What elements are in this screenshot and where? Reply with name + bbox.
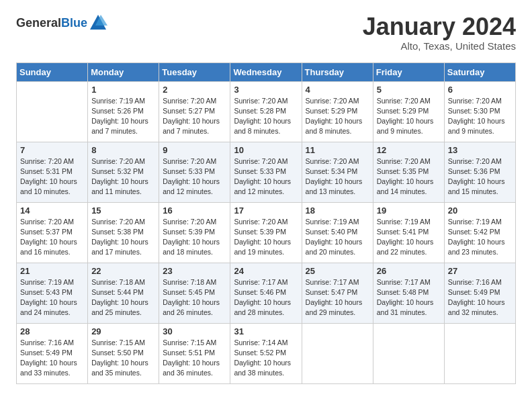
calendar-week-4: 21Sunrise: 7:19 AMSunset: 5:43 PMDayligh… (17, 263, 516, 323)
calendar-cell: 31Sunrise: 7:14 AMSunset: 5:52 PMDayligh… (230, 323, 302, 383)
day-number: 10 (234, 145, 298, 155)
day-info: Sunrise: 7:20 AMSunset: 5:33 PMDaylight:… (234, 156, 298, 197)
day-info: Sunrise: 7:20 AMSunset: 5:29 PMDaylight:… (306, 96, 369, 137)
calendar-cell: 13Sunrise: 7:20 AMSunset: 5:36 PMDayligh… (444, 142, 515, 202)
logo-icon (89, 13, 107, 32)
logo-general: General (16, 16, 61, 30)
calendar-cell: 27Sunrise: 7:16 AMSunset: 5:49 PMDayligh… (444, 263, 515, 323)
title-area: January 2024 Alto, Texas, United States (363, 13, 516, 52)
day-info: Sunrise: 7:20 AMSunset: 5:39 PMDaylight:… (163, 217, 226, 258)
day-header-friday: Friday (373, 62, 444, 81)
day-number: 27 (448, 266, 512, 276)
day-info: Sunrise: 7:17 AMSunset: 5:48 PMDaylight:… (377, 277, 441, 318)
day-number: 19 (377, 205, 441, 216)
day-info: Sunrise: 7:20 AMSunset: 5:34 PMDaylight:… (306, 156, 369, 197)
calendar-cell: 8Sunrise: 7:20 AMSunset: 5:32 PMDaylight… (88, 142, 159, 202)
day-info: Sunrise: 7:20 AMSunset: 5:36 PMDaylight:… (448, 156, 512, 197)
day-number: 20 (448, 205, 512, 216)
day-info: Sunrise: 7:20 AMSunset: 5:29 PMDaylight:… (377, 96, 441, 137)
calendar-cell (302, 323, 373, 383)
calendar-cell: 26Sunrise: 7:17 AMSunset: 5:48 PMDayligh… (373, 263, 444, 323)
calendar-cell: 15Sunrise: 7:20 AMSunset: 5:38 PMDayligh… (88, 202, 159, 263)
calendar-cell: 25Sunrise: 7:17 AMSunset: 5:47 PMDayligh… (302, 263, 373, 323)
calendar-cell: 12Sunrise: 7:20 AMSunset: 5:35 PMDayligh… (373, 142, 444, 202)
calendar-cell: 1Sunrise: 7:19 AMSunset: 5:26 PMDaylight… (88, 81, 159, 142)
day-info: Sunrise: 7:20 AMSunset: 5:37 PMDaylight:… (20, 217, 84, 258)
calendar-cell: 3Sunrise: 7:20 AMSunset: 5:28 PMDaylight… (230, 81, 302, 142)
day-info: Sunrise: 7:19 AMSunset: 5:41 PMDaylight:… (377, 217, 441, 258)
day-number: 28 (20, 326, 84, 336)
day-info: Sunrise: 7:19 AMSunset: 5:42 PMDaylight:… (448, 217, 512, 258)
calendar-cell: 5Sunrise: 7:20 AMSunset: 5:29 PMDaylight… (373, 81, 444, 142)
day-info: Sunrise: 7:20 AMSunset: 5:28 PMDaylight:… (234, 96, 298, 137)
day-number: 2 (163, 85, 226, 95)
day-number: 24 (234, 266, 298, 276)
day-number: 3 (234, 85, 298, 95)
day-number: 14 (20, 205, 84, 216)
day-info: Sunrise: 7:19 AMSunset: 5:40 PMDaylight:… (306, 217, 369, 258)
calendar-cell (17, 81, 88, 142)
day-number: 26 (377, 266, 441, 276)
day-info: Sunrise: 7:14 AMSunset: 5:52 PMDaylight:… (234, 338, 298, 379)
calendar-cell: 21Sunrise: 7:19 AMSunset: 5:43 PMDayligh… (17, 263, 88, 323)
calendar-week-1: 1Sunrise: 7:19 AMSunset: 5:26 PMDaylight… (17, 81, 516, 142)
calendar-cell: 14Sunrise: 7:20 AMSunset: 5:37 PMDayligh… (17, 202, 88, 263)
calendar-cell: 6Sunrise: 7:20 AMSunset: 5:30 PMDaylight… (444, 81, 515, 142)
calendar-cell: 29Sunrise: 7:15 AMSunset: 5:50 PMDayligh… (88, 323, 159, 383)
calendar-cell (444, 323, 515, 383)
day-info: Sunrise: 7:18 AMSunset: 5:44 PMDaylight:… (91, 277, 155, 318)
logo: GeneralBlue (16, 13, 107, 32)
day-number: 6 (448, 85, 512, 95)
calendar-cell: 4Sunrise: 7:20 AMSunset: 5:29 PMDaylight… (302, 81, 373, 142)
day-info: Sunrise: 7:20 AMSunset: 5:32 PMDaylight:… (91, 156, 155, 197)
day-number: 21 (20, 266, 84, 276)
day-header-saturday: Saturday (444, 62, 515, 81)
day-info: Sunrise: 7:15 AMSunset: 5:51 PMDaylight:… (163, 338, 226, 379)
day-info: Sunrise: 7:16 AMSunset: 5:49 PMDaylight:… (448, 277, 512, 318)
day-number: 1 (91, 85, 155, 95)
day-number: 13 (448, 145, 512, 155)
calendar-week-2: 7Sunrise: 7:20 AMSunset: 5:31 PMDaylight… (17, 142, 516, 202)
day-number: 18 (306, 205, 369, 216)
day-number: 16 (163, 205, 226, 216)
day-number: 7 (20, 145, 84, 155)
calendar-cell: 24Sunrise: 7:17 AMSunset: 5:46 PMDayligh… (230, 263, 302, 323)
day-header-monday: Monday (88, 62, 159, 81)
day-header-sunday: Sunday (17, 62, 88, 81)
page-header: GeneralBlue January 2024 Alto, Texas, Un… (16, 13, 516, 52)
day-header-tuesday: Tuesday (159, 62, 230, 81)
calendar-cell: 11Sunrise: 7:20 AMSunset: 5:34 PMDayligh… (302, 142, 373, 202)
day-number: 8 (91, 145, 155, 155)
day-header-thursday: Thursday (302, 62, 373, 81)
day-number: 9 (163, 145, 226, 155)
day-number: 15 (91, 205, 155, 216)
day-number: 5 (377, 85, 441, 95)
day-info: Sunrise: 7:19 AMSunset: 5:43 PMDaylight:… (20, 277, 84, 318)
calendar-header-row: SundayMondayTuesdayWednesdayThursdayFrid… (17, 62, 516, 81)
calendar-cell: 19Sunrise: 7:19 AMSunset: 5:41 PMDayligh… (373, 202, 444, 263)
day-info: Sunrise: 7:19 AMSunset: 5:26 PMDaylight:… (91, 96, 155, 137)
calendar-cell: 22Sunrise: 7:18 AMSunset: 5:44 PMDayligh… (88, 263, 159, 323)
day-header-wednesday: Wednesday (230, 62, 302, 81)
calendar-subtitle: Alto, Texas, United States (363, 40, 516, 52)
day-info: Sunrise: 7:20 AMSunset: 5:35 PMDaylight:… (377, 156, 441, 197)
calendar-cell: 7Sunrise: 7:20 AMSunset: 5:31 PMDaylight… (17, 142, 88, 202)
calendar-table: SundayMondayTuesdayWednesdayThursdayFrid… (16, 62, 516, 384)
day-number: 12 (377, 145, 441, 155)
day-number: 30 (163, 326, 226, 336)
calendar-cell: 17Sunrise: 7:20 AMSunset: 5:39 PMDayligh… (230, 202, 302, 263)
calendar-cell: 9Sunrise: 7:20 AMSunset: 5:33 PMDaylight… (159, 142, 230, 202)
day-number: 11 (306, 145, 369, 155)
calendar-cell: 16Sunrise: 7:20 AMSunset: 5:39 PMDayligh… (159, 202, 230, 263)
day-info: Sunrise: 7:20 AMSunset: 5:31 PMDaylight:… (20, 156, 84, 197)
day-info: Sunrise: 7:16 AMSunset: 5:49 PMDaylight:… (20, 338, 84, 379)
day-number: 22 (91, 266, 155, 276)
day-info: Sunrise: 7:20 AMSunset: 5:38 PMDaylight:… (91, 217, 155, 258)
day-info: Sunrise: 7:18 AMSunset: 5:45 PMDaylight:… (163, 277, 226, 318)
calendar-cell: 2Sunrise: 7:20 AMSunset: 5:27 PMDaylight… (159, 81, 230, 142)
calendar-week-5: 28Sunrise: 7:16 AMSunset: 5:49 PMDayligh… (17, 323, 516, 383)
day-number: 31 (234, 326, 298, 336)
logo-blue: Blue (61, 16, 87, 30)
day-info: Sunrise: 7:15 AMSunset: 5:50 PMDaylight:… (91, 338, 155, 379)
day-number: 23 (163, 266, 226, 276)
